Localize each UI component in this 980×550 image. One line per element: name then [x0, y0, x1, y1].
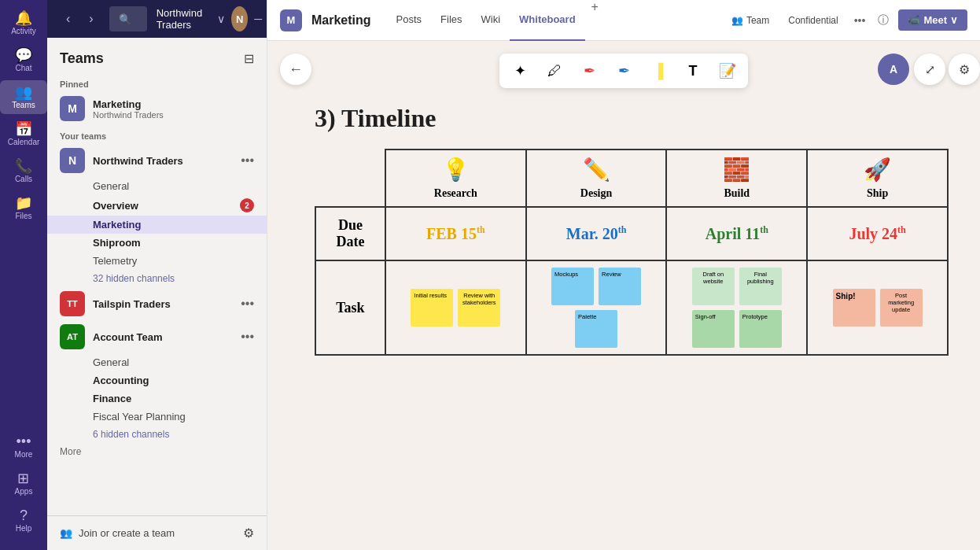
- search-bar[interactable]: 🔍: [109, 6, 147, 31]
- nav-item-apps[interactable]: ⊞ Apps: [12, 467, 36, 500]
- hidden-channels-nw[interactable]: 32 hidden channels: [47, 270, 267, 287]
- wb-back-btn[interactable]: ←: [280, 54, 311, 85]
- design-stickies: Mockups Review Palette: [533, 268, 660, 348]
- team-account-avatar: AT: [60, 324, 85, 349]
- minimize-icon[interactable]: ─: [254, 13, 262, 25]
- nav-item-chat[interactable]: 💬 Chat: [0, 43, 47, 77]
- due-date-research: FEB 15th: [385, 207, 526, 260]
- add-tab-btn[interactable]: +: [585, 0, 605, 41]
- channel-marketing[interactable]: Marketing: [47, 216, 267, 234]
- nav-item-calendar[interactable]: 📅 Calendar: [0, 117, 47, 151]
- nav-item-files[interactable]: 📁 Files: [0, 191, 47, 225]
- hidden-channels-at[interactable]: 6 hidden channels: [47, 426, 267, 443]
- team-account[interactable]: AT Account Team •••: [47, 320, 267, 353]
- join-team-icon: 👥: [60, 527, 72, 539]
- team-tailspin-name: Tailspin Traders: [93, 298, 233, 310]
- nav-label-activity: Activity: [11, 27, 36, 35]
- filter-icon[interactable]: ⊟: [244, 51, 254, 66]
- pinned-marketing[interactable]: M Marketing Northwind Traders: [47, 92, 267, 125]
- forward-button[interactable]: ›: [83, 9, 99, 29]
- ellipsis-icon[interactable]: •••: [851, 11, 869, 30]
- sticky-prototype: Prototype: [739, 310, 782, 348]
- team-northwind-more[interactable]: •••: [241, 153, 254, 168]
- channel-general-at-label: General: [93, 356, 129, 368]
- col-build: 🧱 Build: [666, 149, 807, 207]
- tab-whiteboard[interactable]: Whiteboard: [510, 0, 585, 41]
- channel-fiscal-label: Fiscal Year Planning: [93, 411, 186, 423]
- channel-fiscal[interactable]: Fiscal Year Planning: [47, 408, 267, 426]
- team-btn-icon: 👥: [731, 15, 743, 26]
- nav-label-calls: Calls: [15, 175, 32, 183]
- pinned-marketing-sub: Northwind Traders: [93, 110, 164, 120]
- settings-icon[interactable]: ⚙: [243, 526, 254, 541]
- nav-label-chat: Chat: [15, 64, 31, 72]
- team-tailspin-more[interactable]: •••: [241, 297, 254, 311]
- nav-rail: 🔔 Activity 💬 Chat 👥 Teams 📅 Calendar 📞 C…: [0, 0, 47, 550]
- wb-highlighter-tool[interactable]: ▐: [644, 57, 672, 85]
- wb-settings-btn[interactable]: ⚙: [949, 54, 980, 85]
- confidential-btn[interactable]: Confidential: [782, 12, 844, 29]
- ship-icon: 🚀: [814, 157, 941, 183]
- nav-label-more: More: [15, 450, 33, 459]
- channel-accounting[interactable]: Accounting: [47, 371, 267, 389]
- team-account-more[interactable]: •••: [241, 330, 254, 344]
- tab-posts[interactable]: Posts: [387, 0, 432, 41]
- nav-item-help[interactable]: ? Help: [12, 504, 36, 537]
- sidebar-topbar: ‹ › 🔍 Northwind Traders ∨ N ─ □ ✕: [47, 0, 267, 38]
- wb-text-tool[interactable]: T: [679, 57, 707, 85]
- team-account-name: Account Team: [93, 331, 233, 343]
- team-northwind-avatar: N: [60, 148, 85, 173]
- nav-item-teams[interactable]: 👥 Teams: [0, 80, 47, 114]
- tab-files[interactable]: Files: [431, 0, 471, 41]
- tab-wiki[interactable]: Wiki: [472, 0, 510, 41]
- team-northwind[interactable]: N Northwind Traders •••: [47, 144, 267, 177]
- user-avatar[interactable]: N: [231, 6, 248, 31]
- channel-header-right: 👥 Team Confidential ••• ⓘ 📹 Meet ∨: [725, 9, 967, 31]
- channel-finance[interactable]: Finance: [47, 389, 267, 408]
- nav-back-forward: ‹ ›: [60, 9, 100, 29]
- channel-accounting-label: Accounting: [93, 375, 149, 386]
- wb-user-btn[interactable]: A: [878, 54, 909, 85]
- wb-blue-pen-tool[interactable]: ✒: [610, 57, 638, 85]
- wb-note-tool[interactable]: 📝: [713, 57, 742, 85]
- channel-overview[interactable]: Overview 2: [47, 195, 267, 216]
- pinned-label: Pinned: [47, 73, 267, 92]
- sticky-final-publishing: Final publishing: [739, 268, 782, 305]
- meet-btn[interactable]: 📹 Meet ∨: [898, 9, 967, 31]
- user-name[interactable]: Northwind Traders: [157, 7, 212, 31]
- info-icon[interactable]: ⓘ: [875, 10, 892, 31]
- nav-label-files: Files: [15, 212, 31, 220]
- nav-item-activity[interactable]: 🔔 Activity: [0, 6, 47, 40]
- col-ship: 🚀 Ship: [807, 149, 948, 207]
- channel-general-at[interactable]: General: [47, 353, 267, 371]
- sidebar-bottom: 👥 Join or create a team ⚙: [47, 515, 267, 550]
- channel-shiproom[interactable]: Shiproom: [47, 234, 267, 252]
- due-date-label: Due Date: [315, 207, 385, 260]
- wb-pen-tool[interactable]: 🖊: [540, 57, 569, 85]
- chevron-down-icon[interactable]: ∨: [217, 13, 225, 25]
- nav-item-more[interactable]: ••• More: [12, 430, 36, 463]
- wb-red-pen-tool[interactable]: ✒: [575, 57, 603, 85]
- teams-icon: 👥: [15, 85, 32, 99]
- wb-cursor-tool[interactable]: ✦: [506, 57, 534, 85]
- avatar-initial: N: [236, 13, 243, 25]
- join-team-label: Join or create a team: [79, 527, 175, 539]
- nav-label-teams: Teams: [12, 101, 35, 109]
- team-btn[interactable]: 👥 Team: [725, 12, 776, 29]
- col-design: ✏️ Design: [526, 149, 667, 207]
- join-team-btn[interactable]: 👥 Join or create a team: [60, 527, 175, 539]
- back-button[interactable]: ‹: [60, 9, 76, 29]
- team-tailspin-avatar: TT: [60, 291, 85, 316]
- channel-telemetry-label: Telemetry: [93, 255, 137, 267]
- channel-finance-label: Finance: [93, 393, 131, 404]
- confidential-btn-label: Confidential: [788, 15, 838, 26]
- nav-item-calls[interactable]: 📞 Calls: [0, 154, 47, 188]
- whiteboard-area: ← ✦ 🖊 ✒ ✒ ▐ T 📝 A ⤢ ⚙ 3) Timeline 💡: [267, 41, 980, 550]
- wb-share-btn[interactable]: ⤢: [914, 54, 945, 85]
- team-tailspin[interactable]: TT Tailspin Traders •••: [47, 287, 267, 320]
- more-link[interactable]: More: [47, 443, 267, 460]
- sidebar: ‹ › 🔍 Northwind Traders ∨ N ─ □ ✕ Teams …: [47, 0, 267, 550]
- channel-general-nw[interactable]: General: [47, 177, 267, 195]
- timeline-title: 3) Timeline: [315, 104, 949, 133]
- channel-telemetry[interactable]: Telemetry: [47, 252, 267, 270]
